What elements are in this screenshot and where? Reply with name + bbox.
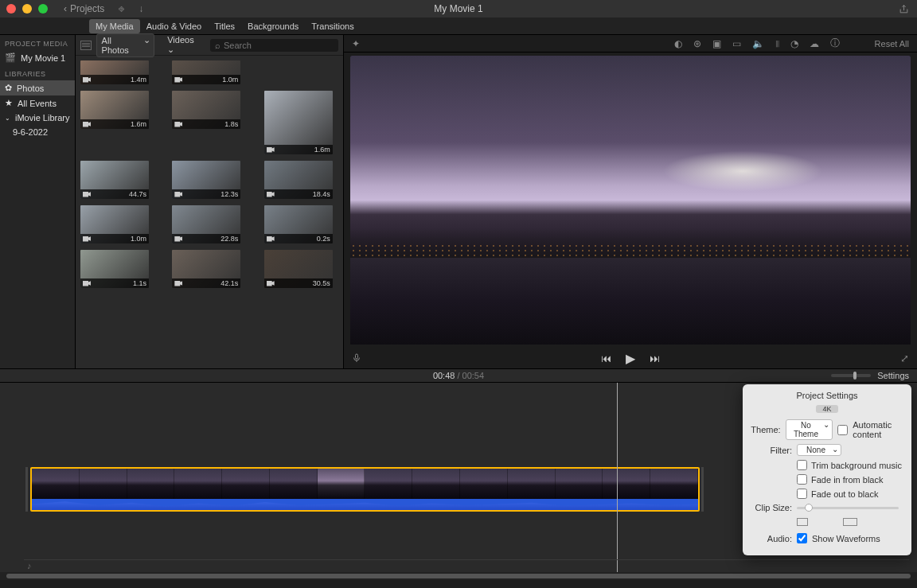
media-thumb[interactable]: 1.0m — [80, 205, 154, 243]
share-icon[interactable] — [899, 4, 909, 14]
media-thumb[interactable]: 42.1s — [172, 250, 246, 288]
thumb-duration: 1.8s — [224, 120, 238, 128]
chevron-left-icon: ‹ — [64, 3, 67, 14]
sidebar-item-photos[interactable]: ✿ Photos — [0, 80, 75, 95]
trim-music-checkbox[interactable] — [797, 460, 807, 470]
tab-backgrounds[interactable]: Backgrounds — [241, 19, 305, 33]
info-icon[interactable]: ⓘ — [830, 37, 840, 50]
camera-icon — [174, 281, 182, 286]
search-icon: ⌕ — [215, 41, 220, 50]
list-view-icon[interactable] — [80, 41, 92, 50]
flower-icon: ✿ — [5, 83, 12, 93]
sidebar-item-label: 9-6-2022 — [13, 127, 48, 137]
color-balance-icon[interactable]: ◐ — [674, 38, 682, 49]
sidebar: PROJECT MEDIA 🎬 My Movie 1 LIBRARIES ✿ P… — [0, 35, 76, 368]
import-icon[interactable]: ⎆ — [119, 3, 124, 14]
search-input[interactable] — [224, 41, 334, 50]
timeline-scrollbar[interactable] — [0, 572, 917, 580]
timeline-clip[interactable] — [30, 467, 700, 512]
media-thumb[interactable]: 1.0m — [172, 60, 246, 84]
color-correction-icon[interactable]: ⊛ — [693, 38, 701, 49]
playback-controls: ⏮ ▶ ⏭ ⤢ — [344, 348, 917, 368]
play-icon[interactable]: ▶ — [626, 351, 635, 366]
preview-viewer[interactable] — [350, 56, 911, 345]
reset-all-button[interactable]: Reset All — [875, 39, 909, 49]
thumb-duration: 44.7s — [129, 190, 146, 198]
automatic-content-checkbox[interactable] — [837, 425, 848, 435]
source-dropdown[interactable]: All Photos — [96, 33, 155, 57]
crop-icon[interactable]: ▣ — [712, 38, 721, 49]
minimize-window[interactable] — [22, 4, 32, 14]
filter-dropdown[interactable]: Videos ⌄ — [164, 35, 205, 55]
thumb-duration: 1.4m — [131, 76, 146, 84]
clip-edge-right[interactable] — [701, 467, 704, 512]
tab-my-media[interactable]: My Media — [89, 19, 140, 33]
camera-icon — [83, 192, 91, 197]
playhead[interactable] — [617, 383, 618, 580]
media-thumb[interactable]: 1.6m — [80, 91, 154, 154]
fade-in-label: Fade in from black — [811, 475, 883, 485]
camera-icon — [267, 281, 275, 286]
thumb-duration: 12.3s — [220, 190, 238, 198]
media-thumb[interactable] — [264, 60, 338, 84]
media-thumb[interactable]: 1.1s — [80, 250, 154, 288]
media-thumb[interactable]: 0.2s — [264, 205, 338, 243]
microphone-icon[interactable] — [352, 352, 361, 364]
media-thumb[interactable]: 22.8s — [172, 205, 246, 243]
time-bar: 00:48 / 00:54 Settings — [0, 368, 917, 383]
sidebar-item-imovie-library[interactable]: ⌄ iMovie Library — [0, 111, 75, 125]
back-label: Projects — [70, 3, 104, 14]
tab-titles[interactable]: Titles — [208, 19, 241, 33]
media-thumb[interactable]: 1.8s — [172, 91, 246, 154]
tab-transitions[interactable]: Transitions — [305, 19, 360, 33]
sidebar-project[interactable]: 🎬 My Movie 1 — [0, 50, 75, 65]
large-clip-icon — [843, 518, 857, 526]
search-field[interactable]: ⌕ — [210, 39, 338, 52]
fade-out-checkbox[interactable] — [797, 489, 807, 499]
titlebar: ‹ Projects ⎆ ↓ My Movie 1 — [0, 0, 917, 18]
filter-select[interactable]: None — [797, 444, 841, 456]
next-frame-icon[interactable]: ⏭ — [650, 352, 660, 364]
media-thumb[interactable]: 18.4s — [264, 161, 338, 199]
clip-filmstrip — [32, 469, 698, 499]
clip-edge-left[interactable] — [25, 467, 28, 512]
music-track[interactable]: ♪ — [24, 559, 909, 570]
thumb-duration: 30.5s — [313, 279, 330, 287]
magic-wand-icon[interactable]: ✦ — [352, 38, 360, 49]
fullscreen-icon[interactable]: ⤢ — [900, 352, 909, 364]
clip-filter-icon[interactable]: ☁ — [810, 38, 819, 49]
thumb-duration: 1.0m — [131, 235, 146, 243]
show-waveforms-checkbox[interactable] — [797, 533, 807, 543]
fade-in-checkbox[interactable] — [797, 474, 807, 485]
thumb-duration: 1.1s — [133, 279, 146, 287]
noise-reduction-icon[interactable]: ⫴ — [775, 38, 779, 49]
close-window[interactable] — [6, 4, 16, 14]
media-thumb[interactable]: 1.6m — [264, 91, 338, 154]
sidebar-item-date[interactable]: 9-6-2022 — [0, 125, 75, 139]
media-thumb[interactable]: 1.4m — [80, 60, 154, 84]
prev-frame-icon[interactable]: ⏮ — [601, 352, 611, 364]
theme-select[interactable]: No Theme — [786, 419, 833, 440]
media-browser: All Photos Videos ⌄ ⌕ 1.4m1.0m1.6m1.8s1.… — [76, 35, 344, 368]
tab-audio-video[interactable]: Audio & Video — [140, 19, 209, 33]
browser-toolbar: All Photos Videos ⌄ ⌕ — [76, 35, 343, 56]
media-thumb[interactable]: 44.7s — [80, 161, 154, 199]
download-icon[interactable]: ↓ — [139, 3, 143, 14]
stabilize-icon[interactable]: ▭ — [732, 38, 741, 49]
automatic-content-label: Automatic content — [853, 420, 903, 439]
sidebar-item-all-events[interactable]: ★ All Events — [0, 95, 75, 111]
media-thumb[interactable]: 30.5s — [264, 250, 338, 288]
zoom-window[interactable] — [38, 4, 48, 14]
zoom-slider[interactable] — [831, 374, 871, 377]
thumb-duration: 1.6m — [314, 146, 330, 154]
chevron-down-icon: ⌄ — [5, 115, 10, 122]
star-icon: ★ — [5, 98, 13, 108]
back-to-projects[interactable]: ‹ Projects — [64, 3, 104, 14]
volume-icon[interactable]: 🔈 — [752, 38, 764, 49]
clip-size-slider[interactable] — [797, 507, 899, 509]
clip-size-label: Clip Size: — [751, 503, 792, 512]
project-settings-popover: Project Settings 4K Theme: No Theme Auto… — [743, 384, 911, 555]
media-thumb[interactable]: 12.3s — [172, 161, 246, 199]
speed-icon[interactable]: ◔ — [790, 38, 798, 49]
audio-label: Audio: — [751, 534, 792, 543]
